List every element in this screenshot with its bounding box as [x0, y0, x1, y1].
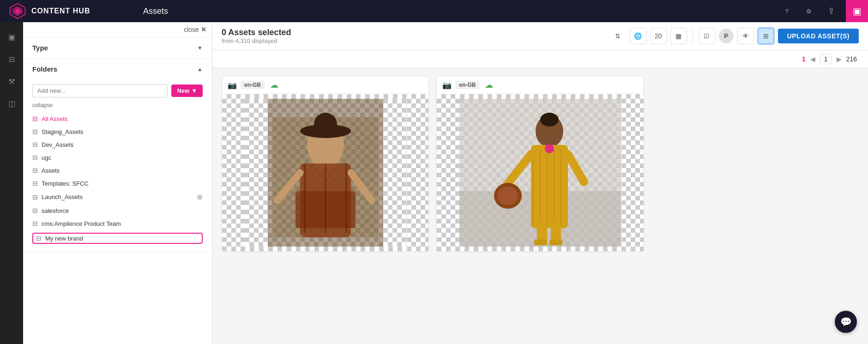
asset-image	[245, 99, 406, 247]
svg-point-28	[540, 113, 559, 127]
globe-button[interactable]: 🌐	[630, 28, 646, 44]
svg-rect-40	[537, 221, 547, 242]
list-item[interactable]: ⊟ Staging_Assets	[32, 125, 203, 138]
sidebar-item-tools[interactable]: ⚒	[2, 72, 21, 91]
preview-button[interactable]: 👁	[737, 28, 754, 44]
toolbar-separator	[693, 29, 693, 43]
folder-name: Templates: SFCC	[42, 180, 89, 187]
panel-toggle[interactable]: ▣	[846, 0, 868, 22]
toolbar: 0 Assets selected from 4,310 displayed ⇅…	[212, 22, 868, 50]
next-page-button[interactable]: ▶	[835, 54, 844, 64]
folder-name: salesforce	[42, 207, 69, 214]
folder-icon: ⊟	[32, 207, 38, 214]
assets-selected-label: 0 Assets selected	[222, 28, 291, 37]
asset-card[interactable]: 📷 en-GB ☁	[436, 76, 644, 252]
list-item[interactable]: ⊟ Assets	[32, 164, 203, 177]
list-item[interactable]: ⊟ My new brand	[32, 230, 203, 247]
select-all-button[interactable]: ☑	[699, 28, 715, 44]
box-icon: ◫	[8, 99, 15, 108]
folder-remove-icon[interactable]: ⊗	[197, 193, 203, 201]
asset-image-container	[222, 94, 428, 251]
pagination-row: 1 ◀ 1 ▶ 216	[212, 50, 868, 68]
folder-name: All Assets	[42, 115, 67, 122]
filter-icon: ⊟	[9, 55, 15, 64]
svg-rect-13	[314, 113, 337, 136]
asset-image-container	[437, 94, 643, 251]
svg-rect-29	[531, 145, 568, 228]
list-item[interactable]: ⊟ Launch_Assets ⊗	[32, 190, 203, 204]
folder-name: cms:Amplience Product Team	[42, 220, 121, 227]
globe-icon: 🌐	[634, 32, 642, 40]
main-layout: ▣ ⊟ ⚒ ◫ close ✕ Type ▼ Fo	[0, 22, 868, 344]
folder-search-row: New ▼	[32, 84, 203, 97]
asset-card-header: 📷 en-GB ☁	[437, 76, 643, 94]
page-input[interactable]: 1	[820, 54, 832, 64]
sidebar-item-box[interactable]: ◫	[2, 94, 21, 113]
sidebar-item-assets[interactable]: ▣	[2, 28, 21, 46]
asset-image	[459, 99, 621, 247]
folder-name: Staging_Assets	[42, 128, 83, 135]
list-item[interactable]: ⊟ ugc	[32, 151, 203, 164]
svg-rect-42	[534, 240, 547, 245]
settings-button[interactable]: ⚙	[802, 4, 816, 18]
folders-chevron-up-icon: ▲	[197, 66, 203, 72]
profile-icon: P	[724, 32, 728, 40]
svg-point-2	[16, 9, 20, 13]
toolbar-right: ⇅ 🌐 20 ▦ ☑ P 👁	[609, 28, 859, 44]
chat-bubble-button[interactable]: 💬	[835, 311, 857, 333]
cloud-upload-icon: ☁	[270, 80, 278, 90]
assets-from-label: from 4,310 displayed	[222, 37, 291, 44]
folder-icon: ⊟	[32, 154, 38, 161]
svg-rect-41	[551, 221, 561, 242]
help-button[interactable]: ?	[779, 4, 794, 18]
camera-icon: 📷	[228, 81, 237, 90]
current-page-label: 1	[802, 55, 806, 63]
svg-point-38	[498, 187, 518, 205]
count-button[interactable]: 20	[650, 28, 667, 44]
list-item[interactable]: ⊟ cms:Amplience Product Team	[32, 217, 203, 230]
list-item[interactable]: ⊟ Dev_Assets	[32, 138, 203, 151]
grid-view-button[interactable]: ▦	[670, 28, 687, 44]
folder-icon: ⊟	[32, 167, 38, 174]
folders-section-title: Folders	[32, 65, 57, 73]
help-icon: ?	[785, 8, 788, 15]
type-section-header[interactable]: Type ▼	[23, 37, 212, 58]
folders-section-header[interactable]: Folders ▲	[23, 59, 212, 79]
folder-icon: ⊟	[32, 128, 38, 135]
checkbox-icon: ☑	[704, 32, 710, 40]
list-item[interactable]: ⊟ salesforce	[32, 204, 203, 217]
page-title: Assets	[134, 6, 772, 16]
prev-page-button[interactable]: ◀	[808, 54, 817, 64]
filter-panel: close ✕ Type ▼ Folders ▲ New ▼	[23, 22, 212, 344]
list-item[interactable]: ⊟ Templates: SFCC	[32, 177, 203, 190]
sort-button[interactable]: ⇅	[609, 28, 626, 44]
folder-icon: ⊟	[32, 220, 38, 227]
count-label: 20	[655, 32, 662, 40]
asset-grid: 📷 en-GB ☁	[212, 68, 868, 344]
asset-card[interactable]: 📷 en-GB ☁	[222, 76, 429, 252]
export-button[interactable]: ⇪	[824, 4, 838, 18]
svg-rect-43	[549, 240, 562, 245]
select-grid-button[interactable]: ⊞	[758, 28, 774, 44]
type-section: Type ▼	[23, 37, 212, 59]
nav-actions: ? ⚙ ⇪	[772, 4, 846, 18]
collapse-link[interactable]: collapse	[32, 102, 203, 109]
list-item[interactable]: ⊟ All Assets	[32, 112, 203, 125]
upload-button[interactable]: UPLOAD ASSET(S)	[778, 29, 859, 43]
folder-search-input[interactable]	[32, 84, 168, 97]
camera-icon: 📷	[442, 81, 452, 90]
folder-icon: ⊟	[36, 235, 42, 242]
profile-button[interactable]: P	[719, 29, 734, 43]
close-label: close	[184, 26, 199, 33]
panel-header: close ✕	[23, 22, 212, 37]
close-button[interactable]: close ✕	[184, 26, 206, 33]
folder-name: ugc	[42, 154, 51, 161]
type-chevron-down-icon: ▼	[197, 45, 203, 51]
folder-icon: ⊟	[32, 180, 38, 187]
new-label: New	[177, 87, 189, 94]
type-section-title: Type	[32, 44, 48, 52]
brand-logo-icon	[9, 3, 26, 19]
new-folder-button[interactable]: New ▼	[171, 84, 203, 97]
locale-badge: en-GB	[241, 81, 265, 89]
sidebar-item-filter[interactable]: ⊟	[2, 50, 21, 68]
